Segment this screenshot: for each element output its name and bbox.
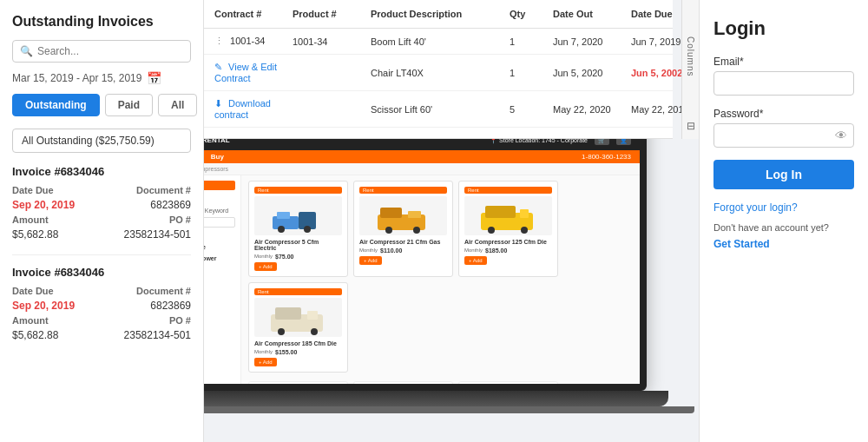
laptop-content: Rent Buy ▾ Filter by Keyword Type Machin… xyxy=(176,175,640,391)
tab-paid[interactable]: Paid xyxy=(105,94,153,116)
row2-desc: Chair LT40X xyxy=(371,68,510,78)
monthly-label-4: Monthly xyxy=(254,349,273,355)
svg-rect-9 xyxy=(408,211,421,218)
rent-badge-2: Rent xyxy=(359,187,447,194)
product-title-2: Air Compressor 21 Cfm Gas xyxy=(359,239,447,245)
invoice-block-1: Invoice #6834046 Date Due Document # Sep… xyxy=(12,165,191,241)
product-area: Rent Air Compressor 5 Cfm Electric xyxy=(241,175,640,378)
search-input[interactable] xyxy=(37,45,183,57)
outstanding-dropdown[interactable]: All Outstanding ($25,750.59) xyxy=(12,129,191,153)
date-due-val-2: Sep 20, 2019 xyxy=(12,300,75,312)
product-card-1: Rent Air Compressor 5 Cfm Electric xyxy=(248,181,348,277)
password-wrapper: 👁 xyxy=(713,123,854,148)
password-input[interactable] xyxy=(713,123,854,148)
password-label: Password* xyxy=(713,108,854,120)
product-card-2: Rent Air Compressor 21 Cfm Gas xyxy=(353,181,453,277)
forgot-link[interactable]: Forgot your login? xyxy=(713,201,854,214)
tab-outstanding[interactable]: Outstanding xyxy=(12,94,100,116)
svg-point-2 xyxy=(278,226,285,233)
product-title-3: Air Compressor 125 Cfm Die xyxy=(464,239,552,245)
panel-title: Outstanding Invoices xyxy=(12,14,191,30)
phone-number: 1-800-360-1233 xyxy=(582,153,631,161)
row2-datedue-text: Jun 5, 2002 xyxy=(631,68,682,78)
eye-icon[interactable]: 👁 xyxy=(835,129,847,142)
row2-qty: 1 xyxy=(510,68,553,78)
login-button[interactable]: Log In xyxy=(713,160,854,189)
col-description: Product Description xyxy=(371,9,510,19)
add-to-cart-3[interactable]: + Add xyxy=(464,256,487,265)
price-row-2: Monthly $110.00 xyxy=(359,247,447,254)
price-row-1: Monthly $75.00 xyxy=(254,254,342,260)
svg-rect-16 xyxy=(275,307,301,320)
laptop-screen: ← → ↺ gateway.demo.locationlfsware.com/p… xyxy=(169,104,647,391)
product-img-2 xyxy=(359,196,447,235)
monthly-val-3: $185.00 xyxy=(485,247,507,254)
email-label: Email* xyxy=(713,56,854,68)
laptop-container: ← → ↺ gateway.demo.locationlfsware.com/p… xyxy=(139,104,677,417)
price-row-3: Monthly $185.00 xyxy=(464,247,552,254)
tab-all[interactable]: All xyxy=(158,94,197,116)
calendar-icon[interactable]: 📅 xyxy=(147,71,161,85)
product-img-1 xyxy=(254,196,342,235)
add-to-cart-2[interactable]: + Add xyxy=(359,256,382,265)
rent-badge-3: Rent xyxy=(464,187,552,194)
add-to-cart-4[interactable]: + Add xyxy=(254,358,277,366)
add-to-cart-1[interactable]: + Add xyxy=(254,262,277,271)
col-product: Product # xyxy=(293,9,371,19)
row3-qty: 5 xyxy=(510,104,553,115)
sub-nav: Rent Buy 1-800-360-1233 xyxy=(176,150,640,163)
date-due-val-1: Sep 20, 2019 xyxy=(12,199,75,211)
svg-point-3 xyxy=(304,226,311,233)
monthly-val-4: $155.00 xyxy=(275,349,297,355)
breadcrumb: Air Compressors xyxy=(176,163,640,175)
compressor-svg-1 xyxy=(268,199,329,234)
table-row: ⋮ 1001-34 1001-34 Boom Lift 40' 1 Jun 7,… xyxy=(204,29,673,55)
get-started-link[interactable]: Get Started xyxy=(713,238,770,250)
date-range-text: Mar 15, 2019 - Apr 15, 2019 xyxy=(12,72,141,84)
thumb-3 xyxy=(458,381,558,391)
doc-label-2: Document # xyxy=(136,286,191,296)
left-panel: Outstanding Invoices 🔍 Mar 15, 2019 - Ap… xyxy=(0,0,204,442)
table-row: ⬇ Download contract Scissor Lift 60' 5 M… xyxy=(204,91,673,128)
search-icon: 🔍 xyxy=(20,45,33,57)
dots-icon[interactable]: ⋮ xyxy=(214,36,224,46)
monthly-val-1: $75.00 xyxy=(275,254,293,260)
search-box[interactable]: 🔍 xyxy=(12,40,191,63)
doc-label-1: Document # xyxy=(136,185,191,195)
svg-rect-4 xyxy=(277,212,290,219)
po-label-2: PO # xyxy=(169,315,191,326)
nav-buy[interactable]: Buy xyxy=(211,153,224,161)
svg-point-12 xyxy=(488,227,495,234)
row1-qty: 1 xyxy=(510,36,553,47)
row1-desc: Boom Lift 40' xyxy=(371,36,510,47)
row1-product: 1001-34 xyxy=(293,36,371,47)
product-title-1: Air Compressor 5 Cfm Electric xyxy=(254,239,342,251)
row2-contract[interactable]: ✎ View & Edit Contract xyxy=(214,62,293,83)
col-contract: Contract # xyxy=(214,9,293,19)
columns-strip[interactable]: Columns xyxy=(681,0,699,113)
compressor-svg-2 xyxy=(373,199,434,234)
filter-tabs: Outstanding Paid All xyxy=(12,94,191,116)
invoice-title-2: Invoice #6834046 xyxy=(12,266,191,279)
filter-icon: ⊟ xyxy=(687,120,695,132)
svg-rect-11 xyxy=(485,206,516,218)
svg-point-13 xyxy=(521,227,528,234)
row3-contract[interactable]: ⬇ Download contract xyxy=(214,98,293,120)
compressor-svg-4 xyxy=(268,300,329,335)
row2-dateout: Jun 5, 2020 xyxy=(553,68,631,78)
thumb-1 xyxy=(248,381,348,391)
po-label-1: PO # xyxy=(169,214,191,225)
date-due-label-2: Date Due xyxy=(12,286,54,296)
date-range: Mar 15, 2019 - Apr 15, 2019 📅 xyxy=(12,71,191,85)
product-img-3 xyxy=(464,196,552,235)
col-date-out: Date Out xyxy=(553,9,631,19)
product-card-3: Rent Air Compressor 125 Cfm Die xyxy=(458,181,558,277)
svg-point-17 xyxy=(278,328,285,335)
invoice-table: Contract # Product # Product Description… xyxy=(204,0,673,139)
date-due-label-1: Date Due xyxy=(12,185,54,195)
product-title-4: Air Compressor 185 Cfm Die xyxy=(254,340,342,346)
table-header: Contract # Product # Product Description… xyxy=(204,0,673,29)
filter-strip[interactable]: ⊟ xyxy=(681,113,699,139)
email-input[interactable] xyxy=(713,71,854,96)
thumb-svg-3 xyxy=(470,384,548,392)
